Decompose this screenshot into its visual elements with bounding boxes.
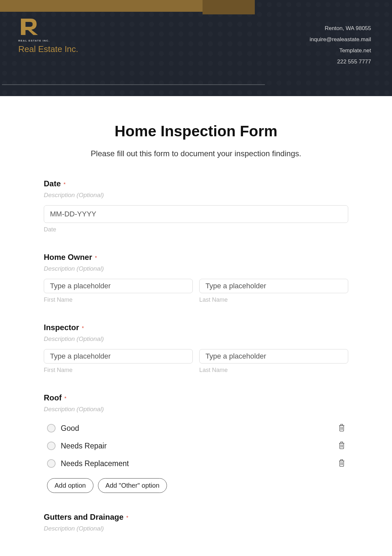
trash-icon — [338, 423, 346, 432]
field-roof: Roof * Description (Optional) Good Needs… — [44, 393, 348, 493]
add-option-button[interactable]: Add option — [47, 478, 93, 493]
date-sublabel: Date — [44, 226, 348, 233]
homeowner-first-input[interactable] — [44, 279, 193, 293]
radio-icon[interactable] — [47, 442, 56, 450]
logo-icon — [18, 17, 41, 37]
date-input[interactable] — [44, 205, 348, 223]
inspector-description[interactable]: Description (Optional) — [44, 335, 348, 343]
trash-icon — [338, 441, 346, 449]
homeowner-last-sublabel: Last Name — [199, 296, 348, 303]
field-date: Date * Description (Optional) Date — [44, 179, 348, 233]
roof-option-row: Needs Replacement — [44, 455, 348, 472]
homeowner-description[interactable]: Description (Optional) — [44, 265, 348, 272]
field-inspector: Inspector * Description (Optional) First… — [44, 323, 348, 374]
required-mark: * — [64, 396, 66, 401]
header-underline — [2, 84, 265, 85]
date-label: Date — [44, 179, 61, 188]
roof-description[interactable]: Description (Optional) — [44, 406, 348, 413]
roof-option-label[interactable]: Good — [61, 424, 79, 433]
required-mark: * — [63, 182, 65, 187]
gutters-label: Gutters and Drainage — [44, 513, 123, 521]
gutters-description[interactable]: Description (Optional) — [44, 525, 348, 532]
roof-option-label[interactable]: Needs Repair — [61, 442, 107, 450]
roof-option-label[interactable]: Needs Replacement — [61, 459, 129, 468]
radio-icon[interactable] — [47, 459, 56, 468]
roof-option-row: Good — [44, 419, 348, 437]
field-homeowner: Home Owner * Description (Optional) Firs… — [44, 253, 348, 303]
inspector-first-input[interactable] — [44, 349, 193, 363]
date-description[interactable]: Description (Optional) — [44, 192, 348, 199]
contact-email: inquire@realeastate.mail — [310, 34, 371, 45]
required-mark: * — [95, 255, 97, 261]
header-banner: REAL ESTATE INC. Real Estate Inc. Renton… — [0, 0, 392, 96]
inspector-last-sublabel: Last Name — [199, 367, 348, 374]
gold-accent-bar-dark — [203, 0, 255, 14]
form-subtitle: Please fill out this form to document yo… — [44, 149, 348, 158]
field-gutters: Gutters and Drainage * Description (Opti… — [44, 513, 348, 532]
contact-phone: 222 555 7777 — [310, 56, 371, 67]
roof-option-buttons: Add option Add "Other" option — [44, 478, 348, 493]
roof-options: Good Needs Repair Needs Replacement — [44, 419, 348, 472]
add-other-option-button[interactable]: Add "Other" option — [98, 478, 167, 493]
contact-site: Template.net — [310, 45, 371, 56]
delete-option-button[interactable] — [338, 459, 348, 468]
roof-label: Roof — [44, 393, 62, 402]
inspector-label: Inspector — [44, 323, 79, 332]
trash-icon — [338, 459, 346, 467]
logo-block: REAL ESTATE INC. Real Estate Inc. — [18, 17, 78, 54]
homeowner-label: Home Owner — [44, 253, 92, 261]
company-name: Real Estate Inc. — [18, 44, 78, 54]
delete-option-button[interactable] — [338, 441, 348, 451]
form-title: Home Inspection Form — [44, 122, 348, 140]
homeowner-first-sublabel: First Name — [44, 296, 193, 303]
radio-icon[interactable] — [47, 424, 56, 432]
form-container: Home Inspection Form Please fill out thi… — [0, 96, 392, 532]
required-mark: * — [126, 515, 128, 521]
contact-address: Renton, WA 98055 — [310, 23, 371, 34]
inspector-last-input[interactable] — [199, 349, 348, 363]
delete-option-button[interactable] — [338, 423, 348, 433]
inspector-first-sublabel: First Name — [44, 367, 193, 374]
logo-subtext: REAL ESTATE INC. — [18, 39, 78, 42]
roof-option-row: Needs Repair — [44, 437, 348, 455]
required-mark: * — [82, 326, 84, 331]
homeowner-last-input[interactable] — [199, 279, 348, 293]
contact-info: Renton, WA 98055 inquire@realeastate.mai… — [310, 23, 371, 67]
